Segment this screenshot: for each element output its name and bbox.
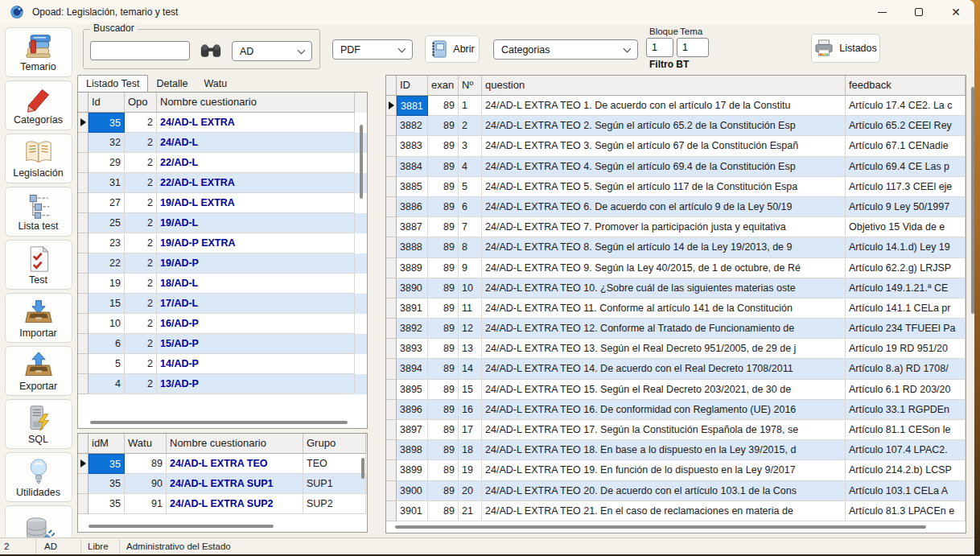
table-row[interactable]: 388889824/AD-L EXTRA TEO 8. Según el art… [386, 237, 966, 257]
table-cell[interactable]: SUP2 [303, 494, 366, 514]
sidebar-item-exportar[interactable]: Exportar [5, 346, 72, 396]
table-cell[interactable]: 2 [125, 193, 157, 213]
table-row[interactable]: 25219/AD-L [78, 213, 367, 233]
tests-table-vscroll-thumb[interactable] [360, 125, 363, 199]
table-cell[interactable]: 3883 [397, 136, 428, 156]
table-cell[interactable]: 3900 [397, 481, 428, 501]
tab-listado-test[interactable]: Listado Test [77, 75, 148, 92]
table-cell[interactable]: 2 [125, 374, 157, 394]
table-cell[interactable]: 24/AD-L EXTRA TEO 4. Según el artículo 6… [482, 157, 846, 177]
table-cell[interactable]: 18 [459, 440, 482, 460]
sidebar-item-temario[interactable]: Temario [5, 27, 72, 77]
table-row[interactable]: 388689624/AD-L EXTRA TEO 6. De acuerdo c… [386, 197, 966, 217]
table-cell[interactable]: 13/AD-P [157, 374, 355, 394]
table-row[interactable]: 3897891724/AD-L EXTRA TEO 17. Según la C… [386, 420, 966, 440]
table-cell[interactable]: 24/AD-L EXTRA TEO 7. Promover la partici… [482, 217, 846, 237]
sidebar-item-database[interactable] [5, 505, 72, 537]
table-cell[interactable]: 6 [459, 197, 482, 217]
table-cell[interactable]: Artículo 8.a) RD 1708/ [846, 359, 966, 379]
table-cell[interactable]: 19/AD-L [157, 213, 355, 233]
table-cell[interactable]: 35 [89, 494, 125, 514]
table-cell[interactable]: 24/AD-L EXTRA TEO 2. Según el artículo 6… [482, 116, 846, 136]
table-cell[interactable]: 24/AD-L EXTRA TEO 13. Según el Real Decr… [482, 339, 846, 359]
table-cell[interactable]: 21 [459, 501, 482, 521]
hscroll-thumb[interactable] [89, 525, 274, 528]
hscroll-thumb[interactable] [395, 525, 926, 529]
table-cell[interactable]: SUP1 [303, 474, 366, 494]
table-cell[interactable]: 24/AD-L EXTRA TEO 3. Según el artículo 6… [482, 136, 846, 156]
table-cell[interactable]: 10 [459, 278, 482, 299]
table-cell[interactable]: 35 [89, 454, 125, 474]
sidebar-item-sql[interactable]: SQL [5, 399, 72, 449]
table-cell[interactable]: 1 [459, 96, 482, 116]
abrir-button[interactable]: Abrir [425, 35, 480, 63]
tab-watu[interactable]: Watu [196, 76, 235, 92]
column-header[interactable]: idM [89, 434, 125, 454]
table-cell[interactable]: 24/AD-L EXTRA SUP1 [167, 474, 303, 494]
table-row[interactable]: 3898891824/AD-L EXTRA TEO 18. En base a … [386, 440, 966, 460]
categorias-select[interactable]: Categorias [493, 39, 638, 60]
table-cell[interactable]: 3895 [397, 380, 428, 400]
table-cell[interactable]: Artículo 17.4 CE2. La c [846, 96, 966, 116]
table-cell[interactable]: 23 [89, 233, 125, 253]
table-row[interactable]: 388789724/AD-L EXTRA TEO 7. Promover la … [386, 217, 966, 237]
table-cell[interactable]: Artículo 107.4 LPAC2. [846, 440, 966, 460]
tab-detalle[interactable]: Detalle [148, 76, 196, 92]
table-cell[interactable]: 2 [125, 233, 157, 253]
table-row[interactable]: 3892891224/AD-L EXTRA TEO 12. Conforme a… [386, 319, 966, 339]
table-row[interactable]: 3893891324/AD-L EXTRA TEO 13. Según el R… [386, 339, 966, 359]
column-header[interactable]: Opo [125, 93, 157, 113]
table-cell[interactable]: 89 [428, 116, 459, 136]
table-cell[interactable]: 24/AD-L EXTRA SUP2 [167, 494, 303, 514]
table-cell[interactable]: 19 [89, 274, 125, 294]
table-row[interactable]: 6215/AD-P [78, 334, 367, 354]
table-row[interactable]: 388989924/AD-L EXTRA TEO 9. Según la Ley… [386, 258, 966, 278]
table-cell[interactable]: 89 [428, 278, 459, 299]
table-cell[interactable]: 3901 [397, 501, 428, 521]
table-cell[interactable]: 89 [428, 400, 459, 420]
table-cell[interactable]: 3890 [397, 278, 428, 299]
table-cell[interactable]: Artículo 14.1.d) Ley 19 [846, 237, 966, 257]
watu-table-vscroll-thumb[interactable] [361, 458, 364, 479]
table-cell[interactable]: 89 [428, 481, 459, 501]
table-cell[interactable]: 24/AD-L EXTRA TEO 21. En el caso de recl… [482, 501, 846, 521]
column-header[interactable]: exan [428, 76, 459, 96]
ad-select[interactable]: AD [232, 41, 312, 61]
questions-table-vscrollbar[interactable] [969, 76, 974, 531]
table-cell[interactable]: Artículo 65.2 CEEl Rey [846, 116, 966, 136]
table-cell[interactable]: 19/AD-P EXTRA [157, 233, 355, 253]
table-cell[interactable]: 15 [89, 294, 125, 314]
table-cell[interactable]: 3889 [397, 258, 428, 278]
table-cell[interactable]: 3898 [397, 440, 428, 460]
table-row[interactable]: 3891891124/AD-L EXTRA TEO 11. Conforme a… [386, 299, 966, 319]
table-cell[interactable]: 3885 [397, 177, 428, 197]
table-cell[interactable]: 3881 [397, 96, 428, 116]
table-cell[interactable]: Artículo 69.4 CE Las p [846, 157, 966, 177]
sidebar-item-test[interactable]: Test [5, 240, 72, 290]
table-cell[interactable]: 9 [459, 258, 482, 278]
table-cell[interactable]: 2 [125, 294, 157, 314]
table-cell[interactable]: 19 [459, 460, 482, 480]
table-cell[interactable]: 3894 [397, 359, 428, 379]
table-row[interactable]: 359024/AD-L EXTRA SUP1SUP1 [78, 474, 367, 494]
table-row[interactable]: 3901892124/AD-L EXTRA TEO 21. En el caso… [386, 501, 966, 521]
table-row[interactable]: 27219/AD-L EXTRA [78, 193, 367, 213]
table-cell[interactable]: 7 [459, 217, 482, 237]
table-cell[interactable]: 6 [89, 334, 125, 354]
table-cell[interactable]: 19/AD-L EXTRA [157, 193, 355, 213]
pdf-select[interactable]: PDF [332, 39, 413, 60]
table-row[interactable]: 4213/AD-P [78, 374, 367, 394]
table-row[interactable]: 3890891024/AD-L EXTRA TEO 10. ¿Sobre cuá… [386, 278, 966, 299]
table-cell[interactable]: 2 [125, 334, 157, 354]
table-cell[interactable]: Artículo 81.1 CESon le [846, 420, 966, 440]
table-cell[interactable]: Artículo 141.1 CELa pr [846, 299, 966, 319]
column-header[interactable]: Nombre cuestionario [167, 434, 303, 454]
table-cell[interactable]: 24/AD-L EXTRA TEO 16. De conformidad con… [482, 400, 846, 420]
hscroll-thumb[interactable] [90, 421, 348, 424]
table-cell[interactable]: 20 [459, 481, 482, 501]
table-row[interactable]: 32224/AD-L [78, 133, 367, 153]
table-cell[interactable]: 24/AD-L [157, 133, 355, 153]
column-header[interactable]: ID [397, 76, 428, 96]
table-row[interactable]: 29222/AD-L [78, 153, 367, 173]
table-cell[interactable]: 22/AD-L EXTRA [157, 173, 355, 193]
